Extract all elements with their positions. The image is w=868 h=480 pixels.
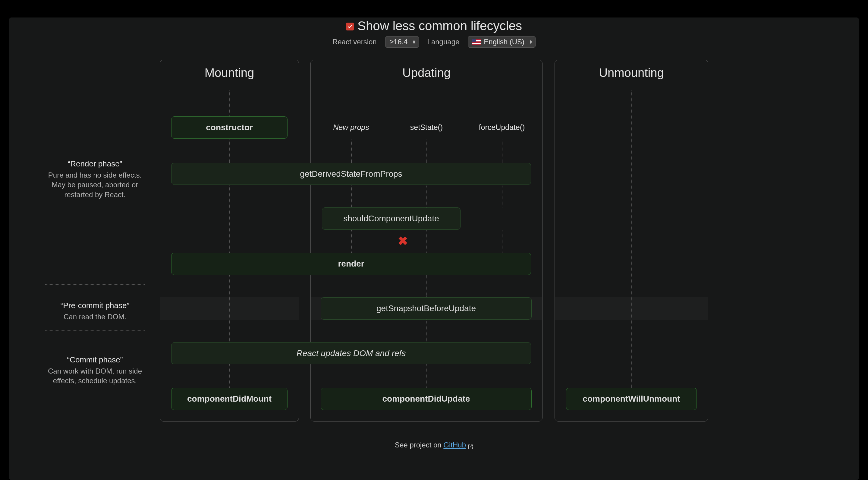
box-react-updates-dom: React updates DOM and refs bbox=[171, 342, 531, 364]
cross-icon: ✖ bbox=[398, 234, 408, 248]
box-render-label: render bbox=[338, 259, 364, 269]
box-scu-label: shouldComponentUpdate bbox=[343, 214, 439, 223]
phase-precommit-title: “Pre-commit phase” bbox=[45, 301, 145, 310]
react-version-label: React version bbox=[333, 38, 377, 46]
header: Show less common lifecycles React versio… bbox=[9, 18, 859, 60]
trigger-force-update: forceUpdate() bbox=[464, 123, 539, 132]
connector bbox=[351, 139, 352, 163]
box-cwu-label: componentWillUnmount bbox=[583, 394, 680, 404]
column-title-mounting: Mounting bbox=[160, 60, 299, 80]
column-title-unmounting: Unmounting bbox=[555, 60, 708, 80]
box-gdsfp-label: getDerivedStateFromProps bbox=[300, 169, 402, 179]
connector bbox=[229, 90, 230, 116]
box-constructor-label: constructor bbox=[206, 123, 253, 132]
phase-divider bbox=[45, 330, 145, 331]
box-component-will-unmount[interactable]: componentWillUnmount bbox=[566, 388, 697, 410]
connector bbox=[229, 364, 230, 388]
box-component-did-mount[interactable]: componentDidMount bbox=[171, 388, 287, 410]
select-arrows-icon: ▲▼ bbox=[529, 39, 532, 44]
connector bbox=[502, 230, 502, 253]
language-value: English (US) bbox=[484, 38, 524, 46]
footer-prefix: See project on bbox=[395, 441, 443, 449]
phase-commit-desc: Can work with DOM, run side effects, sch… bbox=[45, 366, 145, 386]
footer: See project on GitHub bbox=[9, 441, 859, 449]
box-gsbu-label: getSnapshotBeforeUpdate bbox=[376, 304, 476, 313]
us-flag-icon bbox=[472, 39, 481, 45]
connector bbox=[229, 275, 230, 342]
column-title-updating: Updating bbox=[311, 60, 542, 80]
connector bbox=[502, 139, 502, 163]
connector bbox=[427, 185, 427, 207]
connector bbox=[229, 185, 230, 253]
github-link-text: GitHub bbox=[443, 441, 466, 449]
connector bbox=[427, 139, 427, 163]
box-render[interactable]: render bbox=[171, 253, 531, 275]
phase-precommit-desc: Can read the DOM. bbox=[45, 312, 145, 322]
page-root: Show less common lifecycles React versio… bbox=[9, 18, 859, 480]
connector bbox=[427, 275, 427, 297]
language-label: Language bbox=[427, 38, 460, 46]
connector bbox=[229, 139, 230, 163]
phase-render-title: “Render phase” bbox=[45, 159, 145, 169]
toggle-label[interactable]: Show less common lifecycles bbox=[358, 19, 522, 33]
phase-render-label: “Render phase” Pure and has no side effe… bbox=[45, 159, 145, 200]
checkmark-icon bbox=[347, 24, 352, 29]
box-should-component-update[interactable]: shouldComponentUpdate bbox=[322, 207, 461, 230]
box-cdm-label: componentDidMount bbox=[187, 394, 272, 404]
phase-divider bbox=[45, 284, 145, 285]
connector bbox=[427, 320, 427, 342]
box-constructor[interactable]: constructor bbox=[171, 116, 287, 139]
checkbox-show-less[interactable] bbox=[346, 23, 354, 30]
select-arrows-icon: ▲▼ bbox=[412, 39, 415, 44]
toggle-row: Show less common lifecycles bbox=[346, 19, 522, 33]
phase-render-desc: Pure and has no side effects. May be pau… bbox=[45, 170, 145, 200]
react-version-value: ≥16.4 bbox=[390, 38, 408, 46]
connector bbox=[427, 230, 427, 253]
trigger-new-props: New props bbox=[313, 123, 389, 132]
controls-row: React version ≥16.4 ▲▼ Language English … bbox=[333, 36, 535, 48]
box-component-did-update[interactable]: componentDidUpdate bbox=[321, 388, 532, 410]
box-get-derived-state[interactable]: getDerivedStateFromProps bbox=[171, 163, 531, 185]
diagram-grid: Mounting Updating Unmounting “Render pha… bbox=[57, 60, 811, 421]
phase-commit-label: “Commit phase” Can work with DOM, run si… bbox=[45, 355, 145, 386]
connector bbox=[427, 364, 427, 388]
phase-precommit-label: “Pre-commit phase” Can read the DOM. bbox=[45, 301, 145, 322]
external-link-icon bbox=[468, 443, 473, 448]
react-version-select[interactable]: ≥16.4 ▲▼ bbox=[385, 36, 419, 48]
language-select[interactable]: English (US) ▲▼ bbox=[468, 36, 535, 48]
trigger-set-state: setState() bbox=[389, 123, 464, 132]
connector bbox=[631, 90, 632, 388]
box-cdu-label: componentDidUpdate bbox=[382, 394, 470, 404]
github-link[interactable]: GitHub bbox=[443, 441, 466, 449]
connector bbox=[502, 185, 502, 207]
phase-commit-title: “Commit phase” bbox=[45, 355, 145, 364]
box-get-snapshot[interactable]: getSnapshotBeforeUpdate bbox=[321, 297, 532, 320]
box-react-updates-label: React updates DOM and refs bbox=[297, 349, 406, 358]
